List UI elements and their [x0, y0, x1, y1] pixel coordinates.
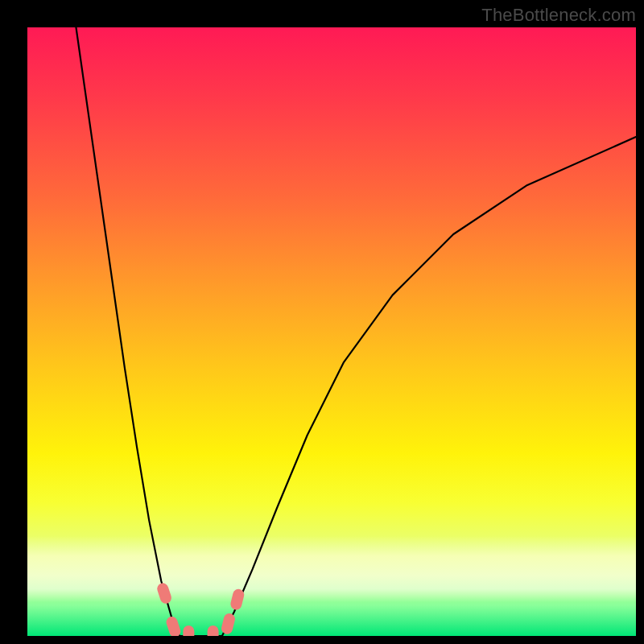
plot-area	[27, 27, 636, 636]
right-marker-lower	[221, 613, 237, 636]
curve-path	[76, 27, 636, 636]
curve-group	[76, 27, 636, 636]
right-marker-upper	[229, 588, 246, 611]
floor-marker-1	[183, 625, 194, 636]
bottleneck-curve	[27, 27, 636, 636]
floor-marker-2	[208, 625, 219, 636]
left-marker-lower	[165, 615, 182, 636]
left-marker-upper	[155, 582, 172, 605]
chart-frame: TheBottleneck.com	[0, 0, 644, 644]
watermark-text: TheBottleneck.com	[481, 5, 636, 26]
